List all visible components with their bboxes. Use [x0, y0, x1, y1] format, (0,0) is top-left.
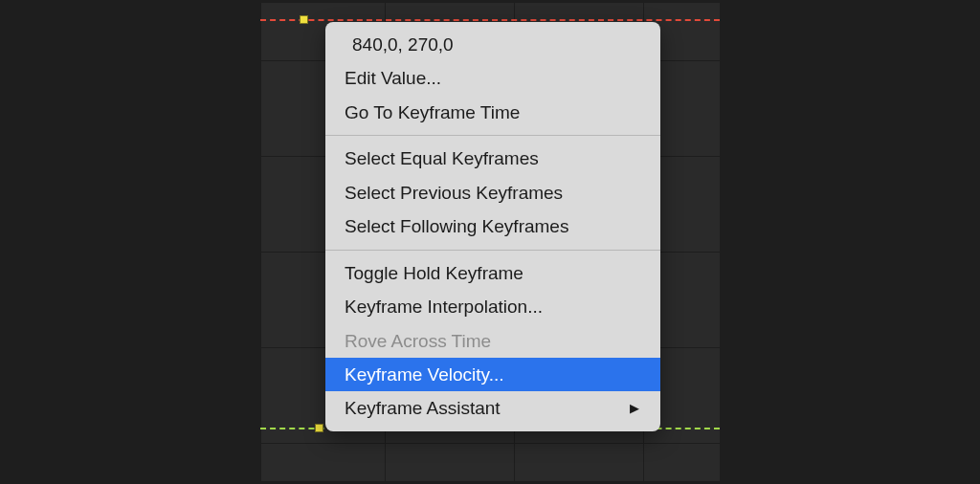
keyframe-marker[interactable]	[315, 424, 323, 432]
menu-item-goto-keyframe-time[interactable]: Go To Keyframe Time	[325, 96, 660, 129]
menu-item-toggle-hold[interactable]: Toggle Hold Keyframe	[325, 256, 660, 290]
menu-item-label: Select Following Keyframes	[345, 212, 568, 240]
menu-item-label: Go To Keyframe Time	[345, 99, 520, 126]
stage-wrapper: 840,0, 270,0 Edit Value... Go To Keyfram…	[0, 0, 980, 484]
keyframe-marker[interactable]	[300, 15, 308, 24]
menu-item-label: Select Equal Keyframes	[345, 144, 539, 172]
menu-item-keyframe-value[interactable]: 840,0, 270,0	[325, 28, 660, 61]
menu-item-select-following[interactable]: Select Following Keyframes	[325, 209, 660, 243]
menu-item-interpolation[interactable]: Keyframe Interpolation...	[325, 290, 660, 323]
menu-item-keyframe-assistant[interactable]: Keyframe Assistant ▶	[325, 391, 660, 425]
menu-group: Toggle Hold Keyframe Keyframe Interpolat…	[325, 251, 660, 431]
menu-item-label: Select Previous Keyframes	[345, 179, 563, 207]
menu-item-label: Keyframe Velocity...	[345, 361, 504, 388]
graph-editor[interactable]: 840,0, 270,0 Edit Value... Go To Keyfram…	[260, 3, 720, 481]
menu-item-label: Rove Across Time	[345, 327, 491, 355]
menu-item-edit-value[interactable]: Edit Value...	[325, 61, 660, 95]
curve-red	[260, 19, 720, 21]
menu-item-label: Keyframe Interpolation...	[345, 293, 543, 320]
menu-item-label: Edit Value...	[345, 64, 441, 92]
grid-line	[260, 443, 720, 444]
keyframe-context-menu: 840,0, 270,0 Edit Value... Go To Keyfram…	[325, 22, 660, 431]
menu-group: 840,0, 270,0 Edit Value... Go To Keyfram…	[325, 22, 660, 135]
menu-item-label: Keyframe Assistant	[345, 394, 501, 422]
menu-item-keyframe-velocity[interactable]: Keyframe Velocity...	[325, 358, 660, 391]
menu-item-select-equal[interactable]: Select Equal Keyframes	[325, 142, 660, 175]
menu-group: Select Equal Keyframes Select Previous K…	[325, 136, 660, 249]
menu-item-rove-across-time: Rove Across Time	[325, 324, 660, 358]
submenu-arrow-icon: ▶	[630, 399, 641, 418]
menu-item-label: Toggle Hold Keyframe	[345, 259, 523, 287]
grid-line	[260, 3, 261, 481]
menu-item-label: 840,0, 270,0	[352, 31, 454, 58]
menu-item-select-previous[interactable]: Select Previous Keyframes	[325, 176, 660, 209]
